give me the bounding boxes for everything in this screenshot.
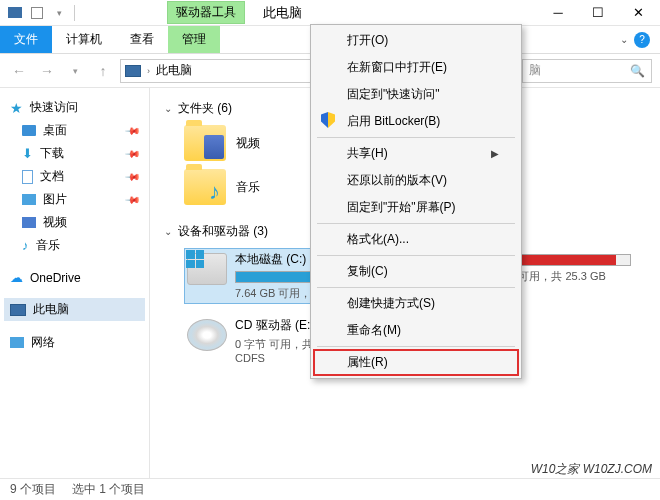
- sidebar-item-label: 桌面: [43, 122, 67, 139]
- chevron-down-icon[interactable]: ⌄: [620, 34, 628, 45]
- sidebar-music[interactable]: ♪音乐: [4, 234, 145, 257]
- context-menu-label: 固定到"开始"屏幕(P): [347, 199, 456, 216]
- titlebar: ▾ 驱动器工具 此电脑 ─ ☐ ✕: [0, 0, 660, 26]
- folder-icon: [184, 125, 226, 161]
- context-menu-label: 复制(C): [347, 263, 388, 280]
- context-menu-item[interactable]: 固定到"快速访问": [313, 81, 519, 108]
- search-icon[interactable]: 🔍: [630, 64, 645, 78]
- window-controls: ─ ☐ ✕: [538, 0, 658, 26]
- context-menu-item[interactable]: 在新窗口中打开(E): [313, 54, 519, 81]
- folder-label: 视频: [236, 135, 260, 152]
- context-menu-item[interactable]: 还原以前的版本(V): [313, 167, 519, 194]
- status-selected-count: 选中 1 个项目: [72, 481, 145, 498]
- video-icon: [22, 217, 36, 228]
- help-icon[interactable]: ?: [634, 32, 650, 48]
- pin-icon: 📌: [125, 122, 141, 138]
- context-menu-item[interactable]: 重命名(M): [313, 317, 519, 344]
- sidebar-network[interactable]: 网络: [4, 331, 145, 354]
- sidebar-documents[interactable]: 文档📌: [4, 165, 145, 188]
- forward-button[interactable]: →: [36, 60, 58, 82]
- context-menu-item[interactable]: 属性(R): [313, 349, 519, 376]
- pin-icon: 📌: [125, 191, 141, 207]
- sidebar-desktop[interactable]: 桌面📌: [4, 119, 145, 142]
- watermark: W10之家 W10ZJ.COM: [531, 461, 652, 478]
- drive-icon: [187, 253, 227, 285]
- shield-icon: [321, 112, 335, 131]
- chevron-down-icon[interactable]: ⌄: [164, 226, 172, 237]
- sidebar-downloads[interactable]: ⬇下载📌: [4, 142, 145, 165]
- close-button[interactable]: ✕: [618, 0, 658, 26]
- contextual-tab-drive-tools[interactable]: 驱动器工具: [167, 1, 245, 24]
- drive-usage-fill: [236, 272, 311, 282]
- star-icon: ★: [10, 100, 23, 116]
- folder-icon: [22, 125, 36, 136]
- sidebar-item-label: 快速访问: [30, 99, 78, 116]
- sidebar-item-label: 视频: [43, 214, 67, 231]
- sidebar-item-label: 下载: [40, 145, 64, 162]
- sidebar-item-label: 音乐: [36, 237, 60, 254]
- context-menu: 打开(O)在新窗口中打开(E)固定到"快速访问"启用 BitLocker(B)共…: [310, 24, 522, 379]
- context-menu-separator: [317, 346, 515, 347]
- image-icon: [22, 194, 36, 205]
- minimize-button[interactable]: ─: [538, 0, 578, 26]
- download-icon: ⬇: [22, 146, 33, 161]
- pin-icon: 📌: [125, 145, 141, 161]
- maximize-button[interactable]: ☐: [578, 0, 618, 26]
- sidebar-videos[interactable]: 视频: [4, 211, 145, 234]
- folder-icon: [184, 169, 226, 205]
- tab-view[interactable]: 查看: [116, 26, 168, 53]
- search-input[interactable]: 脑 🔍: [522, 59, 652, 83]
- chevron-down-icon[interactable]: ⌄: [164, 103, 172, 114]
- breadcrumb-chevron-icon[interactable]: ›: [147, 66, 150, 76]
- context-menu-label: 重命名(M): [347, 322, 401, 339]
- sidebar-onedrive[interactable]: ☁OneDrive: [4, 267, 145, 288]
- context-menu-item[interactable]: 共享(H)▶: [313, 140, 519, 167]
- tab-computer[interactable]: 计算机: [52, 26, 116, 53]
- sidebar-item-label: 此电脑: [33, 301, 69, 318]
- context-menu-item[interactable]: 格式化(A)...: [313, 226, 519, 253]
- window-title: 此电脑: [263, 4, 302, 22]
- tab-manage[interactable]: 管理: [168, 26, 220, 53]
- context-menu-item[interactable]: 固定到"开始"屏幕(P): [313, 194, 519, 221]
- tab-file[interactable]: 文件: [0, 26, 52, 53]
- up-button[interactable]: ↑: [92, 60, 114, 82]
- context-menu-label: 在新窗口中打开(E): [347, 59, 447, 76]
- sidebar-this-pc[interactable]: 此电脑: [4, 298, 145, 321]
- context-menu-label: 固定到"快速访问": [347, 86, 440, 103]
- sidebar-pictures[interactable]: 图片📌: [4, 188, 145, 211]
- recent-dropdown-icon[interactable]: ▾: [64, 60, 86, 82]
- section-label: 文件夹 (6): [178, 100, 232, 117]
- sidebar-item-label: OneDrive: [30, 271, 81, 285]
- context-menu-label: 还原以前的版本(V): [347, 172, 447, 189]
- context-menu-item[interactable]: 复制(C): [313, 258, 519, 285]
- sidebar-quick-access[interactable]: ★ 快速访问: [4, 96, 145, 119]
- search-placeholder: 脑: [529, 62, 541, 79]
- pin-icon: 📌: [125, 168, 141, 184]
- context-menu-item[interactable]: 创建快捷方式(S): [313, 290, 519, 317]
- quick-access-toolbar: ▾: [2, 4, 77, 22]
- qat-separator: [74, 5, 75, 21]
- windows-badge-icon: [186, 250, 204, 268]
- context-menu-label: 格式化(A)...: [347, 231, 409, 248]
- music-icon: ♪: [22, 238, 29, 253]
- breadcrumb-this-pc[interactable]: 此电脑: [156, 62, 192, 79]
- pc-icon: [10, 304, 26, 316]
- folder-label: 音乐: [236, 179, 260, 196]
- context-menu-item[interactable]: 启用 BitLocker(B): [313, 108, 519, 135]
- network-icon: [10, 337, 24, 348]
- qat-item-icon[interactable]: [28, 4, 46, 22]
- context-menu-label: 启用 BitLocker(B): [347, 113, 440, 130]
- sidebar: ★ 快速访问 桌面📌 ⬇下载📌 文档📌 图片📌 视频 ♪音乐 ☁OneDrive…: [0, 88, 150, 478]
- context-menu-label: 创建快捷方式(S): [347, 295, 435, 312]
- document-icon: [22, 170, 33, 184]
- app-icon: [6, 4, 24, 22]
- ribbon-right: ⌄ ?: [620, 26, 660, 53]
- status-bar: 9 个项目 选中 1 个项目: [0, 478, 660, 500]
- back-button[interactable]: ←: [8, 60, 30, 82]
- sidebar-item-label: 图片: [43, 191, 67, 208]
- context-menu-item[interactable]: 打开(O): [313, 27, 519, 54]
- qat-dropdown-icon[interactable]: ▾: [50, 4, 68, 22]
- sidebar-item-label: 文档: [40, 168, 64, 185]
- onedrive-icon: ☁: [10, 270, 23, 285]
- context-menu-separator: [317, 287, 515, 288]
